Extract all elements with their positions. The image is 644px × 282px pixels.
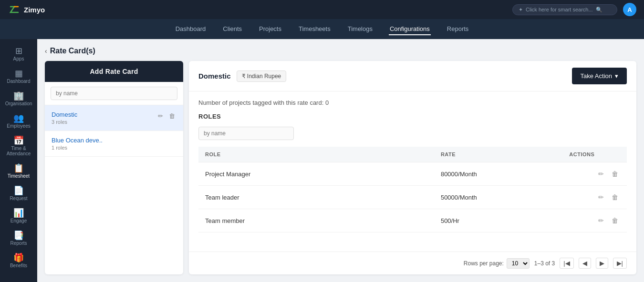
rate-card-item-blue-ocean[interactable]: Blue Ocean deve.. 1 roles: [45, 131, 183, 157]
nav-timesheets[interactable]: Timesheets: [298, 23, 332, 35]
edit-team-leader-button[interactable]: ✏: [596, 192, 606, 202]
take-action-label: Take Action: [581, 72, 613, 80]
role-rate-project-manager: 80000/Month: [434, 162, 562, 186]
topbar-right: ✦ Click here for smart search... 🔍 A: [512, 3, 636, 16]
sidebar-item-reports[interactable]: 📑 Reports: [0, 227, 37, 250]
first-page-button[interactable]: |◀: [560, 258, 573, 269]
delete-team-leader-button[interactable]: 🗑: [610, 192, 620, 202]
col-header-actions: ACTIONS: [562, 147, 627, 162]
delete-project-manager-button[interactable]: 🗑: [610, 169, 620, 179]
user-avatar[interactable]: A: [623, 3, 636, 16]
nav-reports[interactable]: Reports: [446, 23, 470, 35]
roles-table: ROLE RATE ACTIONS Project Manager 80000/…: [198, 147, 627, 232]
right-panel: Domestic ₹ Indian Rupee Take Action ▾ Nu…: [189, 61, 636, 274]
engage-icon: 📊: [13, 209, 24, 217]
page-info-text: 1–3 of 3: [534, 260, 555, 267]
rate-card-info-blue-ocean: Blue Ocean deve.. 1 roles: [52, 137, 103, 151]
nav-clients[interactable]: Clients: [222, 23, 243, 35]
breadcrumb-title: Rate Card(s): [50, 47, 95, 55]
delete-team-member-button[interactable]: 🗑: [610, 216, 620, 225]
sidebar-label-time-attendance: Time & Attendance: [2, 146, 35, 156]
rate-card-list: Domestic 3 roles ✏ 🗑 Blue Ocean deve.. 1…: [45, 105, 183, 274]
table-row: Project Manager 80000/Month ✏ 🗑: [198, 162, 627, 186]
sidebar-label-dashboard: Dashboard: [7, 79, 31, 84]
sidebar-item-employees[interactable]: 👥 Employees: [0, 110, 37, 132]
sidebar-label-apps: Apps: [13, 56, 24, 61]
delete-domestic-button[interactable]: 🗑: [167, 112, 177, 120]
nav-projects[interactable]: Projects: [258, 23, 282, 35]
rate-card-actions-domestic: ✏ 🗑: [156, 112, 177, 120]
role-name-project-manager: Project Manager: [198, 162, 434, 186]
reports-icon: 📑: [13, 231, 24, 240]
zimyo-logo-icon: [8, 3, 21, 16]
sidebar-item-engage[interactable]: 📊 Engage: [0, 205, 37, 227]
navbar: Dashboard Clients Projects Timesheets Ti…: [0, 19, 644, 39]
edit-project-manager-button[interactable]: ✏: [596, 169, 606, 179]
currency-badge: ₹ Indian Rupee: [237, 70, 287, 82]
take-action-chevron: ▾: [615, 72, 618, 80]
col-header-rate: RATE: [434, 147, 562, 162]
edit-domestic-button[interactable]: ✏: [156, 112, 165, 120]
rate-card-roles-blue-ocean: 1 roles: [52, 145, 103, 151]
role-name-team-member: Team member: [198, 209, 434, 232]
request-icon: 📄: [13, 186, 24, 195]
rate-card-item-domestic[interactable]: Domestic 3 roles ✏ 🗑: [45, 105, 183, 131]
left-panel: Add Rate Card Domestic 3 roles ✏ 🗑: [45, 61, 183, 274]
search-icon: 🔍: [596, 7, 602, 13]
col-header-role: ROLE: [198, 147, 434, 162]
take-action-button[interactable]: Take Action ▾: [572, 68, 627, 84]
svg-rect-0: [8, 3, 21, 16]
role-rate-team-member: 500/Hr: [434, 209, 562, 232]
topbar: Zimyo ✦ Click here for smart search... 🔍…: [0, 0, 644, 19]
rate-card-search-input[interactable]: [51, 87, 177, 100]
sidebar-item-organisation[interactable]: 🏢 Organisation: [0, 88, 37, 110]
main-layout: ⊞ Apps ▦ Dashboard 🏢 Organisation 👥 Empl…: [0, 39, 644, 282]
nav-timelogs[interactable]: Timelogs: [347, 23, 374, 35]
time-attendance-icon: 📅: [13, 136, 24, 145]
right-body: Number of projects tagged with this rate…: [189, 91, 636, 252]
sidebar-item-timesheet[interactable]: 📋 Timesheet: [0, 160, 37, 182]
row-actions-project-manager: ✏ 🗑: [569, 169, 620, 179]
sidebar-item-apps[interactable]: ⊞ Apps: [0, 43, 37, 65]
breadcrumb: ‹ Rate Card(s): [45, 47, 636, 55]
projects-tagged-text: Number of projects tagged with this rate…: [198, 99, 627, 106]
roles-search-container: [198, 127, 627, 140]
nav-configurations[interactable]: Configurations: [389, 23, 431, 35]
add-rate-card-button[interactable]: Add Rate Card: [45, 61, 183, 82]
row-actions-team-member: ✏ 🗑: [569, 216, 620, 225]
sidebar-label-organisation: Organisation: [5, 101, 32, 106]
rows-per-page: Rows per page: 10 25 50: [464, 258, 530, 269]
sidebar-item-request[interactable]: 📄 Request: [0, 182, 37, 205]
table-row: Team member 500/Hr ✏ 🗑: [198, 209, 627, 232]
sidebar-item-benefits[interactable]: 🎁 Benefits: [0, 250, 37, 272]
panels: Add Rate Card Domestic 3 roles ✏ 🗑: [45, 61, 636, 274]
rows-per-page-label: Rows per page:: [464, 260, 504, 267]
roles-table-body: Project Manager 80000/Month ✏ 🗑: [198, 162, 627, 232]
pagination: Rows per page: 10 25 50 1–3 of 3 |◀ ◀ ▶ …: [189, 252, 636, 274]
sidebar-label-reports: Reports: [10, 241, 27, 246]
right-header-left: Domestic ₹ Indian Rupee: [198, 70, 286, 82]
sidebar: ⊞ Apps ▦ Dashboard 🏢 Organisation 👥 Empl…: [0, 39, 37, 282]
employees-icon: 👥: [13, 114, 24, 122]
next-page-button[interactable]: ▶: [596, 258, 608, 269]
smart-search[interactable]: ✦ Click here for smart search... 🔍: [512, 4, 617, 15]
role-rate-team-leader: 50000/Month: [434, 186, 562, 209]
benefits-icon: 🎁: [13, 253, 24, 262]
rate-card-name-domestic: Domestic: [52, 111, 77, 118]
roles-section-label: ROLES: [198, 113, 627, 120]
edit-team-member-button[interactable]: ✏: [596, 216, 606, 225]
dashboard-icon: ▦: [15, 69, 23, 78]
last-page-button[interactable]: ▶|: [613, 258, 627, 269]
left-search-container: [45, 82, 183, 105]
rate-card-name-blue-ocean: Blue Ocean deve..: [52, 137, 103, 144]
nav-dashboard[interactable]: Dashboard: [175, 23, 207, 35]
sidebar-item-time-attendance[interactable]: 📅 Time & Attendance: [0, 132, 37, 160]
roles-search-input[interactable]: [198, 127, 294, 140]
rows-per-page-select[interactable]: 10 25 50: [507, 258, 530, 269]
breadcrumb-arrow[interactable]: ‹: [45, 47, 47, 55]
rate-card-info: Domestic 3 roles: [52, 111, 77, 125]
prev-page-button[interactable]: ◀: [579, 258, 591, 269]
right-header: Domestic ₹ Indian Rupee Take Action ▾: [189, 61, 636, 91]
sidebar-label-engage: Engage: [10, 218, 27, 223]
sidebar-item-dashboard[interactable]: ▦ Dashboard: [0, 65, 37, 88]
